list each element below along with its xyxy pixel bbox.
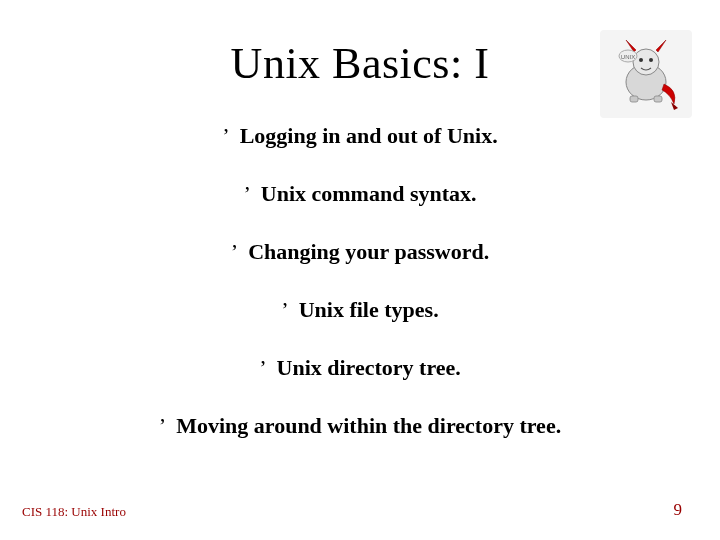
bullet-text: Unix directory tree. [277, 355, 461, 380]
bullet-mark: ’ [222, 123, 229, 149]
footer-course-label: CIS 118: Unix Intro [22, 504, 126, 520]
bullet-item: ’Unix file types. [281, 297, 438, 323]
bullet-item: ’Unix command syntax. [243, 181, 476, 207]
bullet-text: Moving around within the directory tree. [176, 413, 561, 438]
bullet-text: Logging in and out of Unix. [240, 123, 498, 148]
svg-rect-7 [630, 96, 638, 102]
svg-marker-6 [671, 102, 678, 110]
bullet-item: ’Moving around within the directory tree… [159, 413, 561, 439]
bullet-item: ’Unix directory tree. [259, 355, 461, 381]
bsd-daemon-icon: UNIX [600, 30, 692, 118]
svg-point-3 [649, 58, 653, 62]
bullet-mark: ’ [281, 297, 288, 323]
bullet-mark: ’ [259, 355, 266, 381]
svg-text:UNIX: UNIX [621, 54, 635, 60]
bullet-text: Unix command syntax. [261, 181, 477, 206]
bullet-text: Unix file types. [299, 297, 439, 322]
bullet-mark: ’ [243, 181, 250, 207]
svg-point-2 [639, 58, 643, 62]
bullet-item: ’Changing your password. [231, 239, 489, 265]
svg-rect-8 [654, 96, 662, 102]
bullet-mark: ’ [159, 413, 166, 439]
footer-page-number: 9 [674, 500, 683, 520]
bullet-list: ’Logging in and out of Unix. ’Unix comma… [0, 123, 720, 439]
bullet-item: ’Logging in and out of Unix. [222, 123, 497, 149]
svg-point-1 [633, 49, 659, 75]
bullet-text: Changing your password. [248, 239, 489, 264]
bullet-mark: ’ [231, 239, 238, 265]
